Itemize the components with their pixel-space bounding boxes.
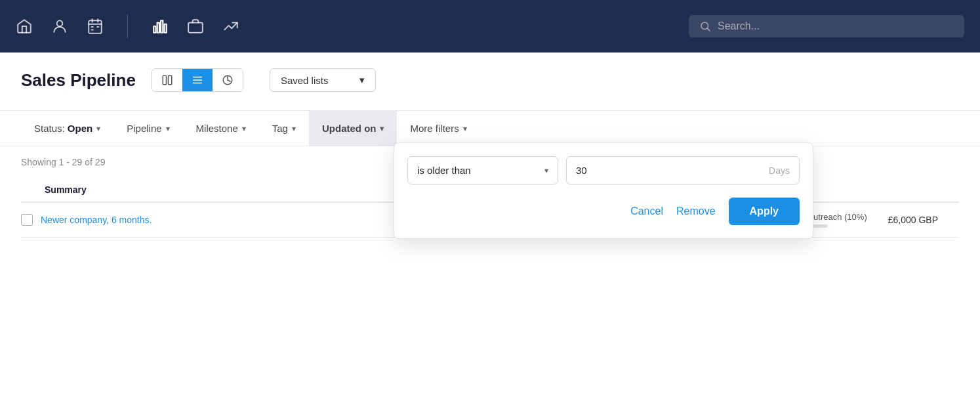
column-summary-header: Summary <box>21 184 87 195</box>
search-placeholder: Search... <box>718 20 760 32</box>
chart-view-button[interactable] <box>213 69 243 91</box>
milestone-filter-label: Milestone <box>196 123 238 134</box>
chart-bar-icon[interactable] <box>152 18 169 35</box>
condition-select[interactable]: is older than ▾ <box>407 156 558 184</box>
row-checkbox[interactable] <box>21 214 33 226</box>
status-filter[interactable]: Status: Open ▾ <box>21 111 113 146</box>
remove-button[interactable]: Remove <box>676 205 716 217</box>
home-icon[interactable] <box>16 18 33 35</box>
pipeline-chevron: ▾ <box>166 124 170 133</box>
more-filters-chevron: ▾ <box>463 124 467 133</box>
trend-icon[interactable] <box>222 18 239 35</box>
page-header: Sales Pipeline <box>21 68 959 92</box>
search-bar[interactable]: Search... <box>689 15 964 37</box>
search-icon <box>699 20 711 32</box>
status-filter-label: Status: Open <box>34 123 92 134</box>
saved-lists-dropdown[interactable]: Saved lists ▾ <box>270 68 377 92</box>
filter-bar: Status: Open ▾ Pipeline ▾ Milestone ▾ Ta… <box>0 110 980 146</box>
calendar-icon[interactable] <box>87 18 104 35</box>
deal-amount: £6,000 GBP <box>888 215 938 225</box>
condition-chevron: ▾ <box>544 166 548 175</box>
updated-on-filter[interactable]: Updated on ▾ <box>309 111 398 146</box>
user-icon[interactable] <box>51 18 68 35</box>
pipeline-filter[interactable]: Pipeline ▾ <box>113 111 182 146</box>
svg-rect-1 <box>89 20 102 33</box>
svg-rect-8 <box>153 26 155 33</box>
updated-on-chevron: ▾ <box>380 124 384 133</box>
cancel-button[interactable]: Cancel <box>630 205 663 217</box>
saved-lists-label: Saved lists <box>281 75 329 86</box>
filter-popup: is older than ▾ Days Cancel Remove Apply <box>394 142 813 239</box>
condition-selected-value: is older than <box>417 165 471 176</box>
view-toggle-group <box>152 68 243 92</box>
svg-rect-16 <box>168 75 171 85</box>
filter-popup-row: is older than ▾ Days <box>407 156 800 184</box>
tag-chevron: ▾ <box>292 124 296 133</box>
apply-button[interactable]: Apply <box>729 198 800 225</box>
days-input-wrap: Days <box>566 156 800 184</box>
more-filters-label: More filters <box>410 123 459 134</box>
more-filters[interactable]: More filters ▾ <box>397 111 480 146</box>
svg-rect-11 <box>165 24 167 33</box>
status-chevron: ▾ <box>96 124 100 133</box>
briefcase-icon[interactable] <box>187 18 204 35</box>
kanban-view-button[interactable] <box>152 69 182 91</box>
row-extra: Cold outreach (10%) £6,000 GBP <box>788 212 959 228</box>
saved-lists-chevron: ▾ <box>359 74 365 86</box>
days-input[interactable] <box>576 165 628 176</box>
main-content: Sales Pipeline <box>0 53 980 403</box>
milestone-filter[interactable]: Milestone ▾ <box>183 111 259 146</box>
tag-filter[interactable]: Tag ▾ <box>259 111 309 146</box>
svg-rect-12 <box>188 23 203 33</box>
page-title: Sales Pipeline <box>21 70 136 91</box>
svg-rect-9 <box>157 23 159 33</box>
svg-rect-10 <box>161 20 163 32</box>
tag-filter-label: Tag <box>272 123 288 134</box>
popup-actions: Cancel Remove Apply <box>407 198 800 225</box>
svg-line-14 <box>707 28 710 31</box>
svg-rect-15 <box>163 75 166 85</box>
milestone-chevron: ▾ <box>242 124 246 133</box>
svg-point-0 <box>57 20 63 26</box>
list-view-button[interactable] <box>182 69 213 91</box>
days-unit-label: Days <box>769 165 790 176</box>
row-link[interactable]: Newer company, 6 months. <box>41 215 152 225</box>
pipeline-filter-label: Pipeline <box>127 123 161 134</box>
nav-separator <box>127 14 128 38</box>
top-navigation: Search... <box>0 0 980 53</box>
svg-point-13 <box>701 22 708 30</box>
updated-on-filter-label: Updated on <box>322 123 377 134</box>
